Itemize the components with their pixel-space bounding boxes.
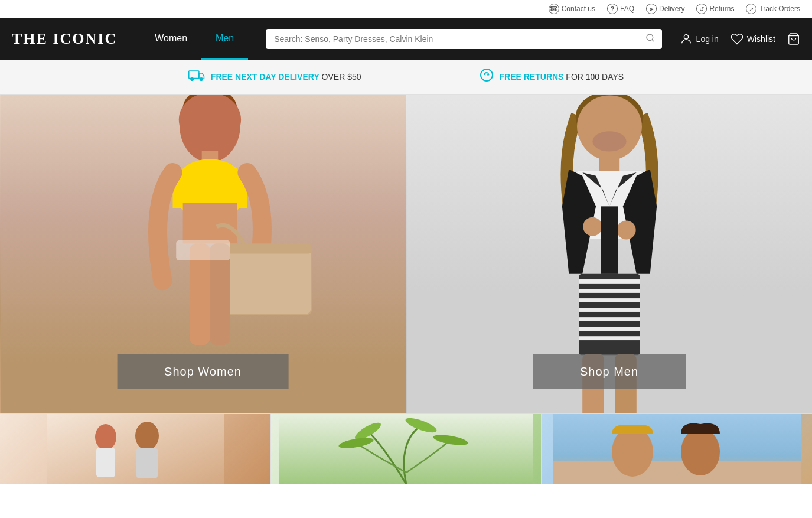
contact-label: Contact us [562,5,595,13]
svg-point-27 [583,217,602,236]
track-label: Track Orders [759,5,800,13]
delivery-banner: FREE NEXT DAY DELIVERY OVER $50 FREE RET… [0,60,812,95]
bag-icon [787,32,800,45]
svg-point-43 [135,422,159,450]
returns-label: Returns [709,5,734,13]
delivery-link[interactable]: Delivery [646,4,684,14]
svg-point-52 [612,427,653,477]
top-bar: Contact us FAQ Delivery ↺ Returns Track … [0,0,812,18]
svg-rect-30 [579,274,640,355]
delivery-label: Delivery [659,5,684,13]
thumbnail-nature-image [279,414,533,484]
track-link[interactable]: Track Orders [746,4,800,14]
returns-text: FREE RETURNS FOR 100 DAYS [500,72,624,82]
svg-point-41 [95,424,116,450]
svg-rect-14 [182,203,237,244]
svg-point-5 [200,78,203,81]
wishlist-label: Wishlist [747,34,775,44]
faq-label: FAQ [620,5,634,13]
svg-point-1 [684,35,688,39]
svg-rect-33 [579,298,640,302]
svg-point-24 [592,131,626,151]
svg-point-28 [617,220,635,239]
delivery-icon [646,4,657,14]
svg-rect-19 [176,240,230,260]
svg-point-10 [178,95,240,147]
svg-rect-31 [579,279,640,284]
cart-button[interactable] [787,32,800,45]
returns-highlight: FREE RETURNS [500,72,564,82]
truck-icon [188,69,205,84]
svg-rect-42 [96,448,115,477]
hero-section: Shop Women [0,95,812,413]
nav-links: Women Men [141,18,248,60]
svg-point-6 [481,69,493,81]
svg-rect-32 [579,289,640,293]
faq-link[interactable]: FAQ [607,4,634,14]
returns-rest: FOR 100 DAYS [563,72,624,82]
hero-men-panel: Shop Men [406,95,812,413]
faq-icon [607,4,618,14]
returns-circle-icon [480,68,494,86]
shop-men-button[interactable]: Shop Men [533,354,686,389]
svg-rect-36 [579,327,640,331]
svg-rect-37 [579,336,640,340]
heart-icon [731,32,743,45]
nav-actions: Log in Wishlist [680,32,800,45]
delivery-item: FREE NEXT DAY DELIVERY OVER $50 [188,69,361,84]
search-icon[interactable] [645,33,655,45]
svg-rect-13 [172,171,247,208]
svg-rect-16 [223,243,311,253]
thumbnail-fashion[interactable] [0,414,270,484]
thumbnail-beach[interactable] [541,414,812,484]
delivery-highlight: FREE NEXT DAY DELIVERY [211,72,319,82]
search-bar [266,29,661,49]
svg-point-53 [681,428,720,475]
returns-item: FREE RETURNS FOR 100 DAYS [480,68,624,86]
search-input[interactable] [266,29,661,49]
nav-women[interactable]: Women [141,18,201,60]
login-label: Log in [696,34,719,44]
track-icon [746,4,756,14]
svg-rect-29 [601,206,618,274]
returns-icon: ↺ [696,4,707,14]
login-button[interactable]: Log in [680,32,719,45]
thumbnail-row [0,413,812,484]
thumbnail-beach-image [553,414,801,484]
shop-women-button[interactable]: Shop Women [117,354,289,389]
thumbnail-nature[interactable] [270,414,542,484]
contact-link[interactable]: Contact us [549,4,595,14]
hero-women-panel: Shop Women [0,95,406,413]
site-logo[interactable]: THE ICONIC [12,30,117,48]
svg-rect-51 [553,461,801,484]
nav-men[interactable]: Men [201,18,248,60]
svg-rect-35 [579,317,640,321]
user-icon [680,32,693,45]
svg-rect-40 [47,414,224,484]
svg-point-4 [191,78,194,81]
svg-point-0 [647,34,653,41]
svg-rect-34 [579,308,640,312]
svg-rect-44 [136,448,158,478]
svg-rect-15 [223,247,311,315]
wishlist-button[interactable]: Wishlist [731,32,775,45]
delivery-rest: OVER $50 [319,72,361,82]
returns-link[interactable]: ↺ Returns [696,4,734,14]
phone-icon [549,4,559,14]
svg-rect-3 [189,71,199,78]
main-nav: THE ICONIC Women Men Log in Wishlist [0,18,812,60]
thumbnail-fashion-image [47,414,224,484]
delivery-text: FREE NEXT DAY DELIVERY OVER $50 [211,72,361,82]
